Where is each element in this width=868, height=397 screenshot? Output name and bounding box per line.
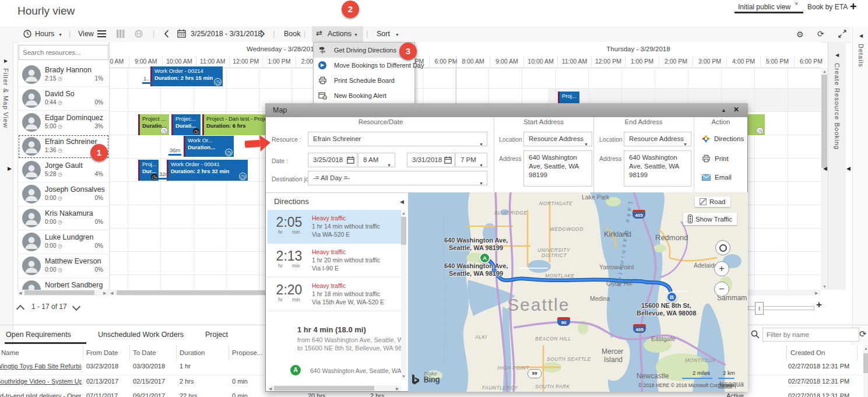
requirement-name-link[interactable]: Wingtip Toys Fab Site Refurbishme... <box>0 363 82 370</box>
actions-caret-icon[interactable]: ▼ <box>354 33 358 37</box>
sort-button[interactable]: Sort <box>377 30 390 38</box>
route-end-marker[interactable]: B <box>666 291 677 303</box>
locate-me-button[interactable] <box>715 240 730 255</box>
tab-project[interactable]: Project <box>205 331 228 339</box>
resource-row[interactable]: Joseph Gonsalves 0:00 ◷ 0% <box>18 182 109 206</box>
booking-block[interactable]: Work Order - 00041Duration: 2 hrs 32 min… <box>167 160 248 181</box>
booking-block[interactable]: Work Or...Duration...◷ <box>184 136 234 157</box>
destination-job-select[interactable]: -= All Day =-▼ <box>308 171 487 185</box>
start-address-textarea[interactable]: 640 Washington Ave, Seattle, WA 98199 <box>523 150 592 187</box>
pager-down-button[interactable] <box>73 301 79 312</box>
board-view-icon[interactable] <box>117 30 125 38</box>
collapse-dialog-icon[interactable]: ▲ <box>721 107 726 113</box>
actions-button[interactable]: Actions <box>328 30 352 38</box>
column-header-proposed[interactable]: Propose... <box>232 349 262 356</box>
tab-book-by-eta[interactable]: Book by ETA <box>807 3 848 11</box>
column-header-from-date[interactable]: From Date <box>86 349 118 356</box>
tab-unscheduled-work-orders[interactable]: Unscheduled Work Orders <box>98 331 184 339</box>
grid-vertical-scrollbar[interactable]: ▲ ▼ <box>821 68 828 290</box>
add-tab-button[interactable]: + <box>850 0 857 13</box>
time-from-select[interactable]: 8 AM▼ <box>358 153 395 167</box>
column-header-to-date[interactable]: To Date <box>133 349 156 356</box>
resource-row[interactable]: Brady Hannon 2:15 ◷ 1% <box>18 63 109 87</box>
column-header-created-on[interactable]: Created On <box>790 349 825 356</box>
terms-link[interactable]: Terms <box>719 382 732 388</box>
create-resource-booking-label[interactable]: Create Resource Booking <box>834 63 841 255</box>
tab-open-requirements[interactable]: Open Requirements <box>6 331 71 339</box>
close-tab-icon[interactable]: × <box>795 0 798 7</box>
column-header-name[interactable]: Name <box>1 349 19 356</box>
resource-row[interactable]: Matthew Everson 0:00 ◷ 0% <box>18 254 109 278</box>
column-header-duration[interactable]: Duration <box>180 349 205 356</box>
requirement-name-link[interactable]: Southridge Video - System Upgrade <box>0 378 82 385</box>
email-action-button[interactable]: Email <box>702 174 732 181</box>
time-to-select[interactable]: 7 PM▼ <box>455 153 487 167</box>
menu-item-print-schedule-board[interactable]: Print Schedule Board <box>314 73 414 88</box>
end-location-select[interactable]: Resource Address▼ <box>624 132 691 146</box>
gear-icon[interactable]: ⚙ <box>796 30 804 39</box>
date-range-label[interactable]: 3/25/2018 - 3/31/2018 <box>191 30 262 38</box>
expand-right-icon[interactable]: ▶ <box>4 58 8 64</box>
show-traffic-button[interactable]: Show Traffic <box>683 213 737 225</box>
zoom-in-button[interactable]: + <box>816 299 822 311</box>
date-to-input[interactable]: 3/31/2018 <box>407 153 455 167</box>
route-option[interactable]: 2:13 hr min Heavy traffic 1 hr 20 min wi… <box>268 244 401 277</box>
sort-caret-icon[interactable]: ▼ <box>395 33 399 37</box>
booking-block[interactable]: Project ...Duratio...◷ <box>138 114 169 135</box>
table-vertical-scrollbar[interactable]: ▲ <box>863 345 868 397</box>
close-dialog-icon[interactable]: ✕ <box>733 106 739 114</box>
directions-horizontal-scrollbar[interactable]: ◀ ▶ <box>268 385 401 391</box>
grid-refresh-icon[interactable]: ⟳ <box>859 329 867 339</box>
collapse-left-icon[interactable]: ◀ <box>835 52 839 58</box>
resource-row[interactable]: Luke Lundgren 0:00 ◷ 0% <box>18 230 109 254</box>
next-range-icon[interactable] <box>260 30 265 40</box>
resource-row[interactable]: Jorge Gault 5:28 ◷ 4% <box>18 159 109 182</box>
map-dialog-header[interactable]: Map ▲ ✕ <box>265 103 748 117</box>
bing-map[interactable]: Lake Washington Lake ParkNORTHGATEBLUE R… <box>408 192 748 392</box>
filter-by-name-input[interactable] <box>762 328 859 342</box>
status-cell[interactable]: Active <box>726 392 744 397</box>
hours-caret-icon[interactable]: ▼ <box>58 33 62 37</box>
collapse-left-icon[interactable]: ◀ <box>859 33 863 38</box>
booking-block[interactable]: Projec...Durati...◷ <box>171 114 201 135</box>
expand-icon[interactable] <box>838 30 846 40</box>
booking-block[interactable]: Proj...Dur...◷ <box>138 160 159 181</box>
prev-range-icon[interactable] <box>164 30 169 40</box>
tab-initial-public-view[interactable]: Initial public view <box>738 3 790 11</box>
left-collapsed-panel[interactable]: ▶ Filter & Map View <box>0 26 13 397</box>
map-view-icon[interactable] <box>135 30 143 40</box>
create-booking-collapsed-panel[interactable]: ◀ Create Resource Booking <box>828 42 846 290</box>
print-action-button[interactable]: Print <box>702 154 729 163</box>
splitter-handle-icon[interactable]: ◀ <box>823 166 827 171</box>
route-start-marker[interactable]: A <box>479 252 490 264</box>
requirement-name-link[interactable]: nd-to-end pilot delivery - Operati... <box>0 392 82 397</box>
zoom-slider-handle[interactable]: ∥ <box>755 302 764 315</box>
start-location-select[interactable]: Resource Address▼ <box>523 132 592 146</box>
menu-item-move-bookings[interactable]: ▶ Move Bookings to Different Day <box>314 58 414 73</box>
menu-item-new-booking-alert[interactable]: New Booking Alert <box>314 88 414 104</box>
booking-block[interactable]: Work Order - 00214Duration: 2 hrs 15 min… <box>150 66 223 86</box>
hours-scale-button[interactable]: Hours <box>35 30 54 38</box>
splitter-handle-icon[interactable]: ▶ <box>8 166 12 171</box>
resource-row[interactable]: David So 0:44 ◷ 0% <box>18 87 109 111</box>
date-from-input[interactable]: 3/25/2018 <box>308 153 357 167</box>
directions-vertical-scrollbar[interactable]: ▲ ▼ <box>401 210 406 380</box>
splitter-handle-icon[interactable]: ◀ <box>846 166 851 171</box>
map-zoom-out-button[interactable]: − <box>714 282 729 297</box>
refresh-icon[interactable]: ⟳ <box>817 29 824 38</box>
route-option[interactable]: 2:20 hr min Heavy traffic 1 hr 18 min wi… <box>268 277 401 311</box>
directions-action-button[interactable]: Directions <box>702 135 744 143</box>
list-view-icon[interactable] <box>97 30 106 37</box>
map-zoom-in-button[interactable]: + <box>714 261 729 276</box>
resource-row[interactable]: Edgar Dominquez 5:00 ◷ 3% <box>18 111 109 135</box>
book-button[interactable]: Book <box>284 30 301 38</box>
route-option[interactable]: 2:05 hr min Heavy traffic 1 hr 14 min wi… <box>268 210 401 244</box>
pager-up-button[interactable] <box>17 304 23 314</box>
resource-row[interactable]: Norbert Sandberg ◷ <box>18 278 109 290</box>
collapse-directions-icon[interactable]: ◀ <box>400 199 404 205</box>
calendar-icon[interactable] <box>177 29 186 40</box>
end-address-textarea[interactable]: 640 Washington Ave, Seattle, WA 98199 <box>624 150 691 187</box>
resource-row[interactable]: Kris Nakamura 0:00 ◷ 0% <box>18 206 109 230</box>
resource-select[interactable]: Efrain Schreiner▼ <box>308 132 487 146</box>
resource-horizontal-scrollbar[interactable]: ◀ ▶ <box>17 290 108 296</box>
